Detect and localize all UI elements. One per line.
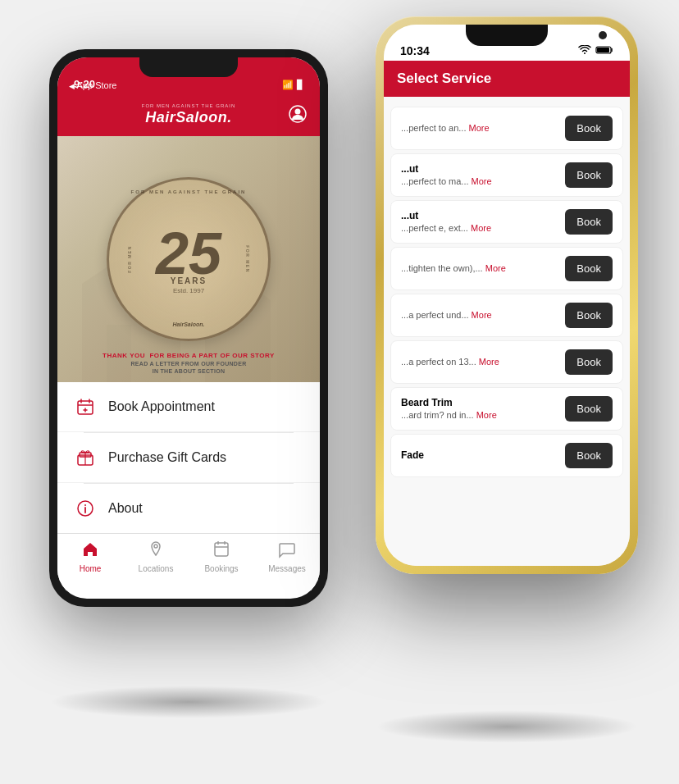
menu-list: Book Appointment Purchase Gift Cards bbox=[57, 382, 320, 533]
coin-number: 25 bbox=[156, 224, 221, 283]
service-desc-3: ...tighten the own),... More bbox=[401, 262, 557, 274]
book-button-2[interactable]: Book bbox=[565, 209, 613, 235]
profile-icon[interactable] bbox=[289, 105, 307, 125]
service-desc-6: Beard Trim...ard trim? nd in... More bbox=[401, 397, 557, 422]
wifi-icon-2 bbox=[578, 45, 591, 57]
bookings-nav-label: Bookings bbox=[204, 564, 238, 573]
service-info-2: ...ut...perfect e, ext... More bbox=[401, 210, 557, 235]
status-time-2: 10:34 bbox=[400, 44, 430, 57]
book-button-4[interactable]: Book bbox=[565, 303, 613, 328]
nav-item-locations[interactable]: Locations bbox=[123, 540, 189, 573]
about-label: About bbox=[108, 501, 143, 516]
locations-nav-label: Locations bbox=[139, 564, 174, 573]
service-item-5: ...a perfect on 13... More Book bbox=[390, 340, 623, 384]
book-button-7[interactable]: Book bbox=[565, 443, 613, 468]
fade-label: Fade bbox=[401, 449, 424, 461]
phone2-shadow bbox=[376, 710, 638, 743]
hero-message3: IN THE ABOUT SECTION bbox=[74, 368, 303, 374]
hero-area: FOR MEN AGAINST THE GRAIN HairSaloon. FO… bbox=[57, 136, 320, 382]
service-item-4: ...a perfect und... More Book bbox=[390, 294, 623, 337]
book-button-5[interactable]: Book bbox=[565, 349, 613, 375]
gift-cards-icon bbox=[74, 446, 97, 469]
app-store-back[interactable]: App Store bbox=[69, 80, 116, 90]
logo-tagline: FOR MEN AGAINST THE GRAIN bbox=[142, 103, 235, 108]
hero-text-block: THANK YOU FOR BEING A PART OF OUR STORY … bbox=[57, 352, 320, 374]
service-info-7: Fade bbox=[401, 449, 557, 463]
service-desc-2: ...ut...perfect e, ext... More bbox=[401, 210, 557, 235]
phone2-camera bbox=[599, 31, 607, 39]
hair-saloon-logo: FOR MEN AGAINST THE GRAIN HairSaloon. bbox=[142, 103, 235, 126]
book-button-6[interactable]: Book bbox=[565, 396, 613, 422]
status-icons-1: 📶 ▊ bbox=[282, 80, 303, 90]
menu-item-book[interactable]: Book Appointment bbox=[57, 382, 320, 432]
service-desc-7: Fade bbox=[401, 449, 557, 463]
app-header-1: FOR MEN AGAINST THE GRAIN HairSaloon. bbox=[57, 93, 320, 136]
service-info-1: ...ut...perfect to ma... More bbox=[401, 163, 557, 188]
menu-item-about[interactable]: About bbox=[57, 484, 320, 533]
book-button-3[interactable]: Book bbox=[565, 256, 613, 281]
app-header-2: Select Service bbox=[384, 61, 630, 97]
phone1-shadow bbox=[49, 686, 328, 718]
service-item-6: Beard Trim...ard trim? nd in... More Boo… bbox=[390, 387, 623, 431]
service-desc-1: ...ut...perfect to ma... More bbox=[401, 163, 557, 188]
messages-nav-label: Messages bbox=[268, 564, 306, 573]
svg-point-18 bbox=[84, 504, 86, 506]
book-appointment-label: Book Appointment bbox=[108, 399, 215, 414]
book-button-0[interactable]: Book bbox=[565, 116, 613, 141]
phone2-notch bbox=[466, 25, 548, 46]
svg-rect-25 bbox=[597, 48, 609, 52]
phone2-device: 10:34 bbox=[376, 16, 638, 574]
hero-message2: READ A LETTER FROM OUR FOUNDER bbox=[74, 361, 303, 367]
svg-rect-20 bbox=[215, 543, 228, 556]
menu-item-gift[interactable]: Purchase Gift Cards bbox=[57, 433, 320, 483]
book-appointment-icon bbox=[74, 395, 97, 418]
service-info-0: ...perfect to an... More bbox=[401, 122, 557, 134]
coin-estd: Estd. 1997 bbox=[156, 287, 221, 294]
purchase-gift-cards-label: Purchase Gift Cards bbox=[108, 450, 226, 465]
service-info-3: ...tighten the own),... More bbox=[401, 262, 557, 274]
service-info-6: Beard Trim...ard trim? nd in... More bbox=[401, 397, 557, 422]
service-info-4: ...a perfect und... More bbox=[401, 309, 557, 321]
svg-point-1 bbox=[295, 108, 301, 114]
hero-thank-you: THANK YOU FOR BEING A PART OF OUR STORY bbox=[74, 352, 303, 359]
service-info-5: ...a perfect on 13... More bbox=[401, 356, 557, 367]
service-desc-4: ...a perfect und... More bbox=[401, 309, 557, 321]
thank-you-label: THANK YOU bbox=[103, 352, 145, 359]
locations-icon bbox=[147, 540, 165, 563]
bookings-icon bbox=[212, 540, 230, 563]
arc-right-text: FOR MEN bbox=[245, 245, 250, 273]
phone1-device: App Store 9:20 📶 ▊ FOR MEN AGAINST THE G… bbox=[49, 49, 328, 607]
service-desc-5: ...a perfect on 13... More bbox=[401, 356, 557, 367]
service-item-3: ...tighten the own),... More Book bbox=[390, 247, 623, 290]
wifi-icon-1: 📶 bbox=[282, 80, 294, 90]
arc-top-text: FOR MEN AGAINST THE GRAIN bbox=[131, 189, 247, 194]
battery-icon-1: ▊ bbox=[297, 80, 303, 90]
messages-icon bbox=[278, 540, 296, 563]
arc-bottom-text: HairSaloon. bbox=[173, 321, 205, 327]
nav-item-bookings[interactable]: Bookings bbox=[189, 540, 254, 573]
arc-left-text: FOR MEN bbox=[127, 245, 132, 273]
hero-message1: FOR BEING A PART OF OUR STORY bbox=[149, 352, 274, 359]
beard-trim-label: Beard Trim bbox=[401, 397, 453, 408]
book-button-1[interactable]: Book bbox=[565, 162, 613, 188]
nav-item-home[interactable]: Home bbox=[57, 540, 123, 573]
logo-main-text: HairSaloon. bbox=[145, 109, 232, 126]
service-list[interactable]: ...perfect to an... More Book ...ut...pe… bbox=[384, 97, 630, 566]
about-icon bbox=[74, 497, 97, 520]
service-desc-0: ...perfect to an... More bbox=[401, 122, 557, 134]
home-icon bbox=[81, 540, 99, 563]
service-item-7: Fade Book bbox=[390, 434, 623, 477]
battery-icon-2 bbox=[595, 45, 613, 57]
svg-point-19 bbox=[154, 545, 157, 548]
select-service-title: Select Service bbox=[397, 71, 491, 87]
service-item-2: ...ut...perfect e, ext... More Book bbox=[390, 200, 623, 244]
service-item-0: ...perfect to an... More Book bbox=[390, 107, 623, 150]
phone1-notch bbox=[139, 57, 238, 77]
bottom-nav-1: Home Locations bbox=[57, 533, 320, 590]
status-icons-2 bbox=[578, 45, 613, 57]
nav-item-messages[interactable]: Messages bbox=[254, 540, 320, 573]
coin-badge: FOR MEN AGAINST THE GRAIN HairSaloon. FO… bbox=[107, 177, 271, 341]
home-nav-label: Home bbox=[80, 564, 102, 573]
service-item-1: ...ut...perfect to ma... More Book bbox=[390, 153, 623, 197]
